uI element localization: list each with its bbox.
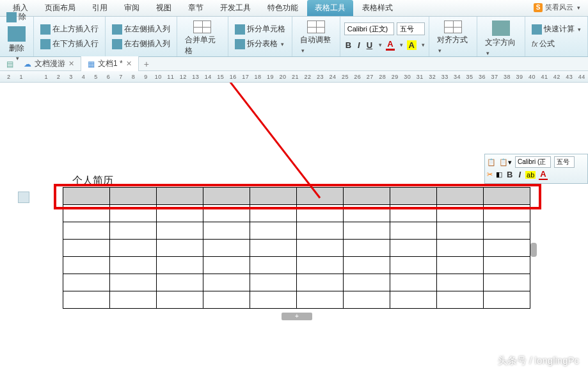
- tab-special[interactable]: 特色功能: [260, 0, 306, 16]
- close-icon[interactable]: ✕: [126, 60, 132, 68]
- tab-list-icon[interactable]: ▤: [3, 60, 17, 69]
- italic-button[interactable]: I: [356, 40, 362, 50]
- text-direction-button[interactable]: 文字方向▾: [481, 19, 521, 58]
- brush-icon: [6, 12, 17, 22]
- split-table-button[interactable]: 拆分表格▾: [232, 37, 288, 51]
- reading-mode-icon[interactable]: [18, 192, 29, 203]
- add-tab-button[interactable]: +: [139, 57, 154, 71]
- mini-toolbar[interactable]: 📋 📋▾ ✂ ◧ B I ab A: [484, 154, 588, 184]
- mini-font-color-button[interactable]: A: [539, 169, 547, 180]
- resume-table[interactable]: [63, 187, 530, 309]
- tab-reference[interactable]: 引用: [84, 0, 115, 16]
- tab-chapter[interactable]: 章节: [180, 0, 211, 16]
- table-row: [63, 222, 530, 240]
- insert-below-button[interactable]: 在下方插入行: [38, 37, 101, 51]
- cloud-icon: ☁: [24, 60, 31, 69]
- autofit-button[interactable]: 自动调整▾: [296, 19, 336, 56]
- table-row: [63, 291, 530, 309]
- document-tabs: ▤ ☁ 文档漫游 ✕ ▦ 文档1 * ✕ +: [0, 57, 588, 71]
- table-row: [63, 205, 530, 222]
- calc-icon: [532, 24, 542, 35]
- text-dir-icon: [492, 20, 510, 36]
- user-badge[interactable]: S 笑看风云 ▾: [534, 3, 580, 12]
- table-row: [63, 257, 530, 274]
- format-painter-icon[interactable]: ◧: [496, 170, 502, 179]
- tab-layout[interactable]: 页面布局: [37, 0, 83, 16]
- col-right-icon: [112, 39, 122, 49]
- insert-left-button[interactable]: 在左侧插入列: [109, 22, 173, 36]
- tab-review[interactable]: 审阅: [116, 0, 147, 16]
- table-row: [63, 240, 530, 257]
- add-row-button[interactable]: +: [282, 313, 312, 320]
- doc-tab-doc1[interactable]: ▦ 文档1 * ✕: [81, 56, 139, 71]
- mini-size-select[interactable]: [554, 156, 575, 168]
- delete-icon: [8, 26, 26, 42]
- user-icon: S: [534, 3, 543, 12]
- split-cell-button[interactable]: 拆分单元格: [232, 22, 288, 36]
- underline-button[interactable]: U: [365, 40, 374, 50]
- mini-font-select[interactable]: [515, 156, 551, 168]
- fx-icon: fx: [532, 40, 537, 49]
- watermark: 头条号 / longlingPc: [498, 355, 579, 367]
- table-row: [63, 188, 530, 205]
- tab-view[interactable]: 视图: [148, 0, 179, 16]
- merge-icon: [193, 20, 211, 33]
- tab-dev[interactable]: 开发工具: [212, 0, 258, 16]
- row-above-icon: [40, 24, 51, 35]
- autofit-icon: [307, 20, 325, 33]
- insert-right-button[interactable]: 在右侧插入列: [109, 37, 173, 51]
- split-cell-icon: [235, 24, 245, 35]
- font-color-button[interactable]: A: [386, 39, 394, 51]
- chevron-down-icon: ▾: [577, 4, 580, 11]
- doc-tab-roam[interactable]: ☁ 文档漫游 ✕: [17, 56, 81, 71]
- ruler: 2112345678910111213141516171819202122232…: [0, 71, 588, 83]
- menu-tabs: 插入 页面布局 引用 审阅 视图 章节 开发工具 特色功能 表格工具 表格样式 …: [0, 0, 588, 17]
- page-title: 个人简历: [72, 174, 113, 188]
- mini-highlight-button[interactable]: ab: [525, 171, 536, 179]
- svg-line-0: [210, 83, 320, 198]
- paste-icon[interactable]: 📋: [487, 158, 496, 167]
- table-row: [63, 274, 530, 291]
- side-grip[interactable]: [530, 243, 537, 257]
- insert-above-button[interactable]: 在上方插入行: [38, 22, 101, 36]
- doc-icon: ▦: [88, 60, 95, 69]
- col-left-icon: [112, 24, 122, 35]
- document-canvas: 个人简历 + 📋 📋▾ ✂ ◧ B I ab A 头条号 / longlingP: [0, 83, 588, 376]
- font-name-select[interactable]: [344, 22, 394, 35]
- tab-table-style[interactable]: 表格样式: [354, 0, 401, 16]
- font-size-select[interactable]: [397, 22, 425, 35]
- cut-icon[interactable]: ✂: [487, 170, 493, 179]
- brush-icon[interactable]: 📋▾: [499, 158, 512, 167]
- clear-button[interactable]: 除: [4, 10, 29, 24]
- bold-button[interactable]: B: [344, 40, 353, 50]
- quick-calc-button[interactable]: 快速计算▾: [529, 22, 584, 36]
- tab-table-tools[interactable]: 表格工具: [307, 0, 353, 16]
- close-icon[interactable]: ✕: [68, 60, 74, 68]
- split-table-icon: [235, 39, 245, 49]
- highlight-button[interactable]: A: [407, 40, 417, 50]
- formula-button[interactable]: fx公式: [529, 37, 584, 51]
- align-icon: [444, 20, 462, 33]
- user-name: 笑看风云: [545, 3, 573, 12]
- mini-italic-button[interactable]: I: [517, 170, 522, 179]
- row-below-icon: [40, 39, 51, 49]
- merge-cells-button[interactable]: 合并单元格: [181, 19, 224, 58]
- align-button[interactable]: 对齐方式▾: [433, 19, 473, 56]
- mini-bold-button[interactable]: B: [505, 170, 514, 179]
- ribbon: 除 删除▾ 在上方插入行 在下方插入行 在左侧插入列 在右侧插入列 合并单元格 …: [0, 17, 588, 57]
